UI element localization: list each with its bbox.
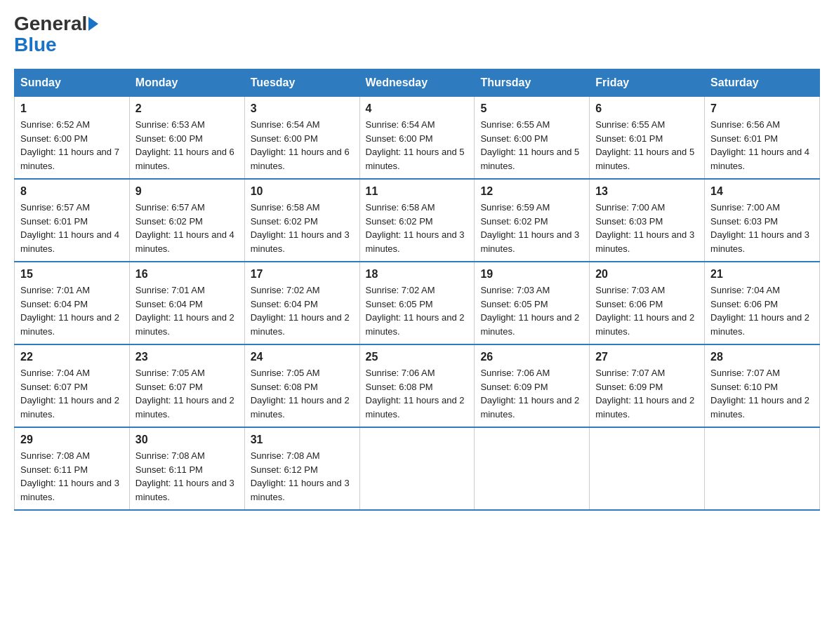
calendar-cell: 6 Sunrise: 6:55 AMSunset: 6:01 PMDayligh… [590,97,705,180]
day-number: 4 [366,102,469,115]
day-info: Sunrise: 7:03 AMSunset: 6:06 PMDaylight:… [595,283,699,338]
calendar-cell: 3 Sunrise: 6:54 AMSunset: 6:00 PMDayligh… [244,97,359,180]
day-info: Sunrise: 6:55 AMSunset: 6:00 PMDaylight:… [480,118,583,173]
day-number: 2 [135,102,239,115]
day-info: Sunrise: 7:03 AMSunset: 6:05 PMDaylight:… [480,283,583,338]
day-info: Sunrise: 6:58 AMSunset: 6:02 PMDaylight:… [366,201,469,255]
calendar-cell: 19 Sunrise: 7:03 AMSunset: 6:05 PMDaylig… [475,262,590,344]
calendar-cell: 5 Sunrise: 6:55 AMSunset: 6:00 PMDayligh… [475,97,590,180]
calendar-cell: 29 Sunrise: 7:08 AMSunset: 6:11 PMDaylig… [15,427,130,510]
calendar-cell: 20 Sunrise: 7:03 AMSunset: 6:06 PMDaylig… [590,262,705,344]
calendar-cell: 10 Sunrise: 6:58 AMSunset: 6:02 PMDaylig… [244,179,359,262]
day-info: Sunrise: 6:53 AMSunset: 6:00 PMDaylight:… [135,118,239,173]
day-number: 7 [710,102,814,115]
calendar-cell [590,427,705,510]
day-number: 30 [135,434,239,446]
calendar-cell: 21 Sunrise: 7:04 AMSunset: 6:06 PMDaylig… [705,262,820,344]
day-info: Sunrise: 7:06 AMSunset: 6:09 PMDaylight:… [480,366,583,421]
calendar-cell: 26 Sunrise: 7:06 AMSunset: 6:09 PMDaylig… [475,344,590,427]
calendar-cell [705,427,820,510]
calendar-cell: 9 Sunrise: 6:57 AMSunset: 6:02 PMDayligh… [129,179,244,262]
header-wednesday: Wednesday [359,69,475,97]
calendar-cell: 8 Sunrise: 6:57 AMSunset: 6:01 PMDayligh… [15,179,130,262]
day-number: 16 [135,268,239,281]
calendar-cell: 11 Sunrise: 6:58 AMSunset: 6:02 PMDaylig… [359,179,475,262]
calendar-cell: 15 Sunrise: 7:01 AMSunset: 6:04 PMDaylig… [15,262,130,344]
day-info: Sunrise: 7:00 AMSunset: 6:03 PMDaylight:… [710,201,814,255]
day-info: Sunrise: 6:58 AMSunset: 6:02 PMDaylight:… [251,201,354,255]
day-number: 12 [480,185,583,198]
calendar-cell: 30 Sunrise: 7:08 AMSunset: 6:11 PMDaylig… [129,427,244,510]
day-number: 11 [366,185,469,198]
day-info: Sunrise: 7:08 AMSunset: 6:12 PMDaylight:… [251,449,354,504]
day-number: 25 [366,351,469,363]
calendar-cell: 22 Sunrise: 7:04 AMSunset: 6:07 PMDaylig… [15,344,130,427]
calendar-cell: 1 Sunrise: 6:52 AMSunset: 6:00 PMDayligh… [15,97,130,180]
header-tuesday: Tuesday [244,69,359,97]
day-info: Sunrise: 6:57 AMSunset: 6:01 PMDaylight:… [20,201,124,255]
day-info: Sunrise: 7:08 AMSunset: 6:11 PMDaylight:… [20,449,124,504]
day-info: Sunrise: 7:01 AMSunset: 6:04 PMDaylight:… [20,283,124,338]
day-info: Sunrise: 6:55 AMSunset: 6:01 PMDaylight:… [595,118,699,173]
day-number: 6 [595,102,699,115]
day-number: 18 [366,268,469,281]
day-number: 27 [595,351,699,363]
calendar-week-row: 1 Sunrise: 6:52 AMSunset: 6:00 PMDayligh… [15,97,820,180]
day-info: Sunrise: 6:52 AMSunset: 6:00 PMDaylight:… [20,118,124,173]
calendar-week-row: 15 Sunrise: 7:01 AMSunset: 6:04 PMDaylig… [15,262,820,344]
day-info: Sunrise: 6:56 AMSunset: 6:01 PMDaylight:… [710,118,814,173]
day-info: Sunrise: 6:59 AMSunset: 6:02 PMDaylight:… [480,201,583,255]
day-number: 19 [480,268,583,281]
day-number: 3 [251,102,354,115]
calendar-cell: 14 Sunrise: 7:00 AMSunset: 6:03 PMDaylig… [705,179,820,262]
calendar-cell: 18 Sunrise: 7:02 AMSunset: 6:05 PMDaylig… [359,262,475,344]
logo: General Blue [14,14,98,56]
calendar-cell: 17 Sunrise: 7:02 AMSunset: 6:04 PMDaylig… [244,262,359,344]
day-number: 20 [595,268,699,281]
logo-general-text: General [14,14,87,34]
calendar-cell: 23 Sunrise: 7:05 AMSunset: 6:07 PMDaylig… [129,344,244,427]
calendar-cell: 28 Sunrise: 7:07 AMSunset: 6:10 PMDaylig… [705,344,820,427]
header-saturday: Saturday [705,69,820,97]
day-number: 10 [251,185,354,198]
logo-blue-text: Blue [14,34,57,55]
calendar-cell: 2 Sunrise: 6:53 AMSunset: 6:00 PMDayligh… [129,97,244,180]
day-number: 31 [251,434,354,446]
day-number: 9 [135,185,239,198]
day-number: 17 [251,268,354,281]
calendar-cell: 7 Sunrise: 6:56 AMSunset: 6:01 PMDayligh… [705,97,820,180]
day-number: 1 [20,102,124,115]
day-info: Sunrise: 6:54 AMSunset: 6:00 PMDaylight:… [366,118,469,173]
calendar-table: SundayMondayTuesdayWednesdayThursdayFrid… [14,69,820,511]
day-info: Sunrise: 7:01 AMSunset: 6:04 PMDaylight:… [135,283,239,338]
header-sunday: Sunday [15,69,130,97]
day-number: 5 [480,102,583,115]
day-info: Sunrise: 7:05 AMSunset: 6:08 PMDaylight:… [251,366,354,421]
day-number: 14 [710,185,814,198]
calendar-cell: 31 Sunrise: 7:08 AMSunset: 6:12 PMDaylig… [244,427,359,510]
calendar-cell [359,427,475,510]
calendar-cell: 16 Sunrise: 7:01 AMSunset: 6:04 PMDaylig… [129,262,244,344]
day-number: 21 [710,268,814,281]
day-number: 15 [20,268,124,281]
day-number: 22 [20,351,124,363]
logo-arrow-icon [88,17,98,31]
calendar-cell: 24 Sunrise: 7:05 AMSunset: 6:08 PMDaylig… [244,344,359,427]
day-number: 13 [595,185,699,198]
calendar-cell: 4 Sunrise: 6:54 AMSunset: 6:00 PMDayligh… [359,97,475,180]
day-info: Sunrise: 7:02 AMSunset: 6:05 PMDaylight:… [366,283,469,338]
day-info: Sunrise: 7:04 AMSunset: 6:06 PMDaylight:… [710,283,814,338]
calendar-week-row: 29 Sunrise: 7:08 AMSunset: 6:11 PMDaylig… [15,427,820,510]
page-header: General Blue [14,14,820,56]
calendar-week-row: 22 Sunrise: 7:04 AMSunset: 6:07 PMDaylig… [15,344,820,427]
calendar-week-row: 8 Sunrise: 6:57 AMSunset: 6:01 PMDayligh… [15,179,820,262]
day-info: Sunrise: 7:05 AMSunset: 6:07 PMDaylight:… [135,366,239,421]
day-info: Sunrise: 7:00 AMSunset: 6:03 PMDaylight:… [595,201,699,255]
day-info: Sunrise: 7:02 AMSunset: 6:04 PMDaylight:… [251,283,354,338]
day-number: 26 [480,351,583,363]
day-info: Sunrise: 7:06 AMSunset: 6:08 PMDaylight:… [366,366,469,421]
day-number: 8 [20,185,124,198]
calendar-cell [475,427,590,510]
day-number: 23 [135,351,239,363]
header-thursday: Thursday [475,69,590,97]
